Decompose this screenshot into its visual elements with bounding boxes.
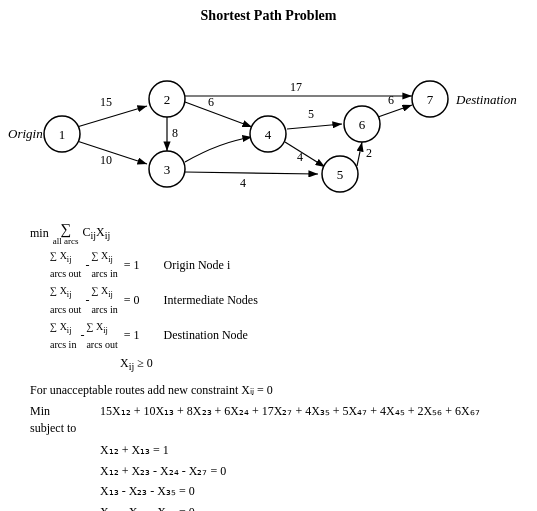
svg-text:1: 1: [59, 127, 66, 142]
svg-line-7: [185, 102, 252, 127]
constraint-row-1: X₁₂ + X₂₃ - X₂₄ - X₂₇ = 0: [100, 461, 517, 481]
min-objective-expr: 15X₁₂ + 10X₁₃ + 8X₂₃ + 6X₂₄ + 17X₂₇ + 4X…: [100, 404, 480, 419]
svg-line-1: [77, 106, 147, 127]
unacceptable-note: For unacceptable routes add new constrai…: [30, 383, 517, 398]
min-objective-label: Min: [30, 404, 100, 419]
svg-text:3: 3: [164, 162, 171, 177]
svg-line-17: [357, 142, 362, 166]
svg-text:7: 7: [427, 92, 434, 107]
svg-line-11: [185, 172, 318, 174]
svg-line-3: [77, 141, 147, 164]
svg-line-13: [285, 142, 325, 167]
svg-text:15: 15: [100, 95, 112, 109]
min-label: min: [30, 224, 49, 243]
svg-text:10: 10: [100, 153, 112, 167]
svg-line-15: [287, 124, 342, 129]
min-expr: CijXij: [82, 223, 110, 244]
min-objective-section: Min 15X₁₂ + 10X₁₃ + 8X₂₃ + 6X₂₄ + 17X₂₇ …: [30, 404, 507, 436]
constraint-row-3: X₂₄ - X₄₇ - X₄₅ = 0: [100, 502, 517, 512]
constraint-intermediate-label: Intermediate Nodes: [164, 291, 258, 310]
svg-text:6: 6: [208, 95, 214, 109]
svg-text:5: 5: [308, 107, 314, 121]
svg-text:6: 6: [359, 117, 366, 132]
constraint-row-0: X₁₂ + X₁₃ = 1: [100, 440, 517, 460]
svg-text:4: 4: [240, 176, 246, 190]
constraint-row-2: X₁₃ - X₂₃ - X₃₅ = 0: [100, 481, 517, 501]
subject-to-label: subject to: [30, 421, 100, 436]
svg-text:4: 4: [265, 127, 272, 142]
svg-text:6: 6: [388, 93, 394, 107]
svg-text:Origin: Origin: [8, 126, 43, 141]
svg-text:Destination: Destination: [455, 92, 517, 107]
svg-text:4: 4: [297, 150, 303, 164]
svg-text:17: 17: [290, 80, 302, 94]
svg-text:2: 2: [366, 146, 372, 160]
svg-text:8: 8: [172, 126, 178, 140]
constraints-list: X₁₂ + X₁₃ = 1 X₁₂ + X₂₃ - X₂₄ - X₂₇ = 0 …: [100, 440, 517, 511]
constraint-origin-label: Origin Node i: [164, 256, 231, 275]
svg-text:2: 2: [164, 92, 171, 107]
graph-area: 15 10 8 6 17 4 4 5: [20, 34, 517, 214]
svg-text:5: 5: [337, 167, 344, 182]
page: Shortest Path Problem 15 10 8 6 1: [0, 0, 537, 511]
math-section: min ∑ all arcs CijXij ∑ Xij arcs out - ∑…: [30, 222, 517, 375]
constraint-destination-label: Destination Node: [164, 326, 248, 345]
svg-line-19: [378, 105, 412, 117]
page-title: Shortest Path Problem: [20, 8, 517, 24]
